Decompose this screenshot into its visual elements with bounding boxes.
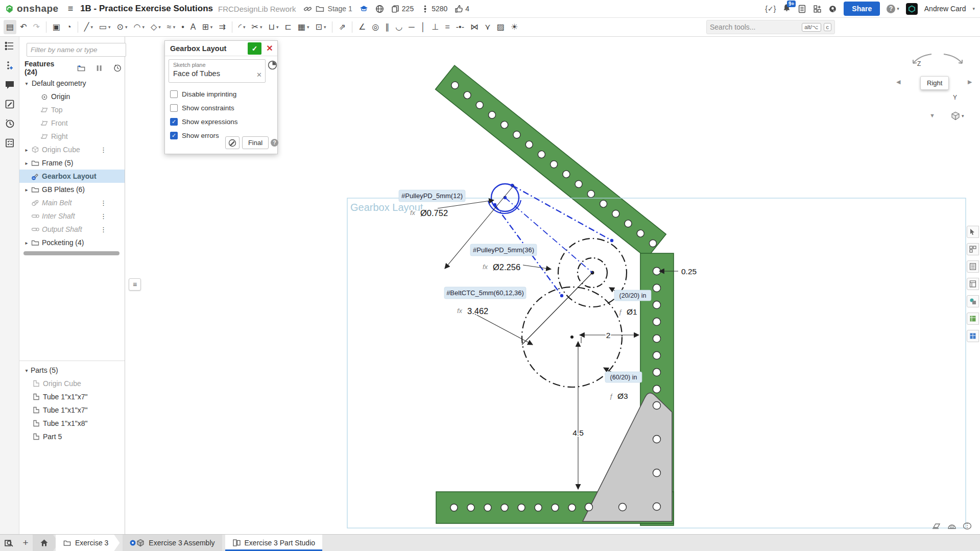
onshape-logo-icon[interactable] (5, 5, 14, 13)
user-menu-caret-icon[interactable]: ▾ (972, 6, 975, 11)
equal-constraint-icon[interactable]: = (442, 20, 452, 34)
concentric-constraint-icon[interactable]: ◎ (369, 20, 381, 34)
checkbox-icon[interactable]: ✓ (170, 118, 178, 126)
tasks-icon[interactable] (798, 5, 806, 13)
point-tool-icon[interactable]: • (179, 20, 187, 34)
configurations-panel-icon[interactable] (967, 243, 979, 255)
part-list-item[interactable]: Tube 1"x1"x7" (19, 403, 125, 417)
part-list-item[interactable]: Part 5 (19, 430, 125, 443)
feature-tree-row[interactable]: ▸Frame (5) (19, 156, 125, 170)
home-tab[interactable] (33, 535, 59, 551)
horizontal-constraint-icon[interactable]: ─ (406, 20, 417, 34)
view-cube-face-label[interactable]: Right (920, 76, 949, 90)
spline-tool-icon[interactable]: ≈▾ (164, 20, 178, 34)
dim-025-value[interactable]: 0.25 (681, 267, 697, 276)
chevron-right-icon[interactable]: ▸ (22, 240, 31, 246)
part-list-item[interactable]: Tube 1"x1"x7" (19, 390, 125, 403)
pierce-constraint-icon[interactable]: ☀ (508, 20, 520, 34)
feature-list-icon[interactable] (5, 41, 15, 51)
dia3-value[interactable]: Ø3 (617, 392, 628, 400)
section-view-icon[interactable] (963, 522, 972, 531)
tab-search-button[interactable] (0, 535, 18, 551)
feature-state-dots-icon[interactable]: ⋮ (100, 226, 107, 233)
variables-icon[interactable] (5, 60, 15, 70)
dialog-help-icon[interactable]: ? (271, 139, 278, 147)
use-project-icon[interactable]: ◔ (64, 20, 74, 34)
sketch-plane-field[interactable]: Sketch plane Face of Tubes ✕ (169, 59, 266, 83)
folder-icon[interactable] (316, 5, 324, 13)
sketch-feature-list-icon[interactable]: ▤ (4, 20, 16, 34)
notes-icon[interactable] (5, 99, 15, 109)
notifications-button[interactable]: 9+ (782, 4, 791, 14)
offset-tool-icon[interactable]: ⇉ (216, 20, 228, 34)
checkbox-show-expressions[interactable]: ✓Show expressions (170, 118, 238, 126)
dim-45-value[interactable]: 4.5 (572, 428, 584, 437)
part-list-item[interactable]: Tube 1"x1"x8" (19, 417, 125, 430)
normal-constraint-icon[interactable]: ⋎ (482, 20, 493, 34)
dimension-tool-icon[interactable]: ⇗ (336, 20, 348, 34)
public-stat[interactable] (375, 5, 384, 13)
education-stat[interactable] (360, 5, 368, 13)
share-button[interactable]: Share (844, 2, 880, 16)
pattern-tool-icon[interactable]: ▦▾ (295, 20, 312, 34)
chevron-right-icon[interactable]: ▸ (22, 187, 31, 193)
parallel-constraint-icon[interactable]: ∥ (383, 20, 392, 34)
custom-tables-icon[interactable] (5, 138, 15, 148)
app-store-icon[interactable] (813, 5, 822, 13)
search-tools-box[interactable]: Search tools... alt/⌥ c (706, 20, 835, 34)
checkbox-show-constraints[interactable]: Show constraints (170, 104, 234, 112)
symmetric-constraint-icon[interactable]: ⋈ (468, 20, 481, 34)
redo-icon[interactable]: ↷ (31, 20, 42, 34)
ratio20-chip[interactable]: (20/20) in (619, 292, 647, 299)
properties-panel-icon[interactable] (967, 278, 979, 290)
accept-button[interactable]: ✓ (248, 42, 261, 55)
feature-state-dots-icon[interactable]: ⋮ (100, 146, 107, 154)
suppress-rollback-icon[interactable] (95, 64, 103, 72)
gear3-center-point[interactable] (570, 336, 573, 339)
checkbox-icon[interactable] (170, 104, 178, 112)
part-list-item[interactable]: Origin Cube (19, 377, 125, 390)
rotate-right-arrow-icon[interactable]: ▶ (968, 79, 972, 85)
main-menu-button[interactable]: ≡ (68, 4, 74, 14)
dia12-value[interactable]: Ø0.752 (420, 208, 448, 218)
parts-section-header[interactable]: ▾ Parts (5) (22, 364, 58, 377)
feature-tree-row[interactable]: Main Belt⋮ (19, 196, 125, 209)
add-tab-button[interactable]: + (18, 535, 33, 551)
featurescript-icon[interactable]: {✓} (765, 5, 776, 13)
belt-expression-chip[interactable]: #BeltCTC_5mm(60,12,36) (446, 289, 524, 297)
filter-input[interactable] (27, 43, 126, 57)
fillet-tool-icon[interactable]: ◜▾ (236, 20, 248, 34)
document-tab-exercise-3-part-studio[interactable]: Exercise 3 Part Studio (225, 535, 323, 551)
feature-panel-toggle-button[interactable]: ≡ (129, 278, 141, 291)
copies-stat[interactable]: 225 (391, 5, 414, 13)
comments-icon[interactable] (5, 80, 15, 90)
rotate-down-arrow-icon[interactable]: ▼ (929, 112, 935, 118)
chevron-right-icon[interactable]: ▸ (22, 160, 31, 166)
history-icon[interactable] (5, 118, 15, 129)
coincident-constraint-icon[interactable]: ∠ (356, 20, 368, 34)
circle-tool-icon[interactable]: ⊙▾ (114, 20, 130, 34)
arc-tool-icon[interactable]: ◠▾ (131, 20, 148, 34)
feature-tree-row[interactable]: Top (19, 103, 125, 116)
link-icon[interactable] (303, 5, 312, 13)
ctc-value[interactable]: 3.462 (467, 306, 488, 316)
feature-tree-row[interactable]: ▸Origin Cube⋮ (19, 143, 125, 156)
feature-tree-row[interactable]: Front (19, 116, 125, 130)
extend-tool-icon[interactable]: ⊔▾ (266, 20, 281, 34)
checkbox-disable-imprinting[interactable]: Disable imprinting (170, 90, 236, 98)
final-button[interactable]: Final (242, 136, 269, 149)
shaded-view-icon[interactable] (947, 522, 957, 531)
vertical-constraint-icon[interactable]: │ (418, 20, 428, 34)
rectangle-tool-icon[interactable]: ▭▾ (97, 20, 113, 34)
belt-center-line[interactable] (505, 198, 592, 273)
ratio60-chip[interactable]: (60/20) in (610, 374, 637, 381)
checkbox-icon[interactable] (170, 90, 178, 98)
feature-tree-scrollbar[interactable] (23, 251, 119, 255)
feature-state-dots-icon[interactable]: ⋮ (100, 199, 107, 207)
import-dxf-dwg-icon[interactable]: ⊡▾ (313, 20, 329, 34)
gusset-plate[interactable] (583, 393, 672, 521)
slot-tool-icon[interactable]: ⊏ (282, 20, 294, 34)
angled-tube[interactable] (436, 65, 666, 258)
undo-icon[interactable]: ↶ (17, 20, 29, 34)
selection-panel-icon[interactable] (967, 226, 979, 238)
